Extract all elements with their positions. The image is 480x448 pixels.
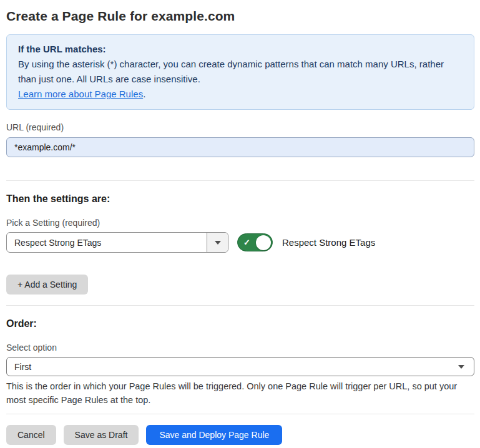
setting-row: Respect Strong ETags ✓ Respect Strong ET… [6, 232, 474, 253]
toggle-label: Respect Strong ETags [282, 237, 375, 248]
respect-strong-etags-toggle[interactable]: ✓ [237, 233, 273, 251]
settings-heading: Then the settings are: [6, 193, 474, 205]
page-title: Create a Page Rule for example.com [6, 7, 474, 25]
info-box-link-line: Learn more about Page Rules. [18, 87, 463, 102]
setting-dropdown-value: Respect Strong ETags [7, 233, 207, 252]
order-select-value: First [14, 362, 31, 372]
toggle-knob [256, 235, 271, 250]
link-suffix: . [143, 89, 145, 99]
url-match-info-box: If the URL matches: By using the asteris… [6, 34, 474, 110]
caret-down-icon [458, 365, 464, 369]
footer-buttons: Cancel Save as Draft Save and Deploy Pag… [6, 425, 474, 445]
order-help-text: This is the order in which your Page Rul… [6, 379, 474, 407]
info-box-body: By using the asterisk (*) character, you… [18, 57, 463, 87]
section-divider [6, 305, 474, 306]
create-page-rule-panel: Create a Page Rule for example.com If th… [0, 0, 480, 448]
pick-setting-label: Pick a Setting (required) [6, 217, 474, 228]
url-input[interactable] [6, 137, 474, 157]
learn-more-link[interactable]: Learn more about Page Rules [18, 89, 143, 99]
save-as-draft-button[interactable]: Save as Draft [64, 425, 139, 445]
caret-down-icon [215, 241, 221, 245]
order-select[interactable]: First [6, 357, 474, 376]
check-icon: ✓ [243, 238, 250, 246]
url-field-label: URL (required) [6, 122, 474, 133]
cancel-button[interactable]: Cancel [6, 425, 56, 445]
info-box-heading: If the URL matches: [18, 42, 463, 57]
add-setting-button[interactable]: + Add a Setting [6, 275, 88, 295]
order-heading: Order: [6, 318, 474, 330]
save-and-deploy-button[interactable]: Save and Deploy Page Rule [146, 425, 282, 445]
footer-divider [6, 414, 474, 414]
order-select-label: Select option [6, 342, 474, 353]
setting-dropdown[interactable]: Respect Strong ETags [6, 232, 228, 253]
section-divider [6, 180, 474, 181]
setting-dropdown-button[interactable] [207, 233, 228, 252]
